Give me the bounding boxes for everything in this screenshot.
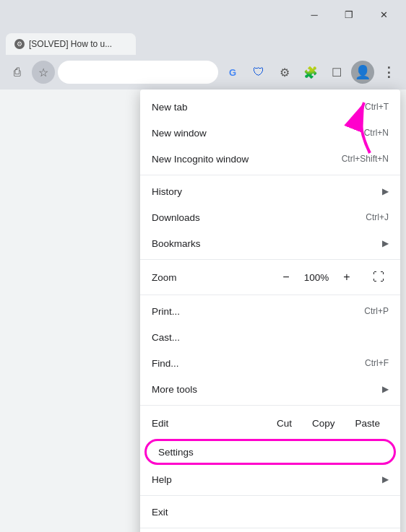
menu-item-exit-label: Exit: [152, 507, 168, 518]
titlebar: ─ ❐ ✕: [0, 0, 406, 29]
menu-item-new-window-shortcut: Ctrl+N: [364, 128, 389, 138]
menu-item-history[interactable]: History ▶: [140, 178, 400, 204]
browser-toolbar: ⎙ ☆ G 🛡 ⚙ 🧩 ☐ 👤 ⋮: [0, 55, 406, 90]
tab-search-icon[interactable]: ☐: [325, 61, 348, 84]
menu-item-downloads[interactable]: Downloads Ctrl+J: [140, 204, 400, 230]
menu-item-bookmarks-arrow: ▶: [382, 238, 389, 248]
menu-item-help[interactable]: Help ▶: [140, 466, 400, 492]
paste-button[interactable]: Paste: [346, 415, 389, 432]
chrome-menu-button[interactable]: ⋮: [377, 61, 400, 84]
menu-item-new-tab[interactable]: New tab Ctrl+T: [140, 94, 400, 120]
separator-4: [140, 405, 400, 406]
page-content: New tab Ctrl+T New window Ctrl+N New Inc…: [0, 90, 406, 532]
menu-item-help-label: Help: [152, 474, 172, 485]
separator-1: [140, 175, 400, 175]
active-tab[interactable]: ⚙ [SOLVED] How to u...: [6, 33, 136, 55]
menu-item-print-shortcut: Ctrl+P: [364, 306, 389, 316]
menu-item-find-shortcut: Ctrl+F: [365, 358, 389, 368]
menu-item-downloads-label: Downloads: [152, 212, 200, 223]
menu-item-more-tools[interactable]: More tools ▶: [140, 376, 400, 402]
menu-item-print[interactable]: Print... Ctrl+P: [140, 298, 400, 324]
copy-button[interactable]: Copy: [303, 415, 344, 432]
menu-item-settings[interactable]: Settings: [144, 439, 396, 465]
menu-item-bookmarks-label: Bookmarks: [152, 238, 201, 249]
minimize-button[interactable]: ─: [298, 3, 331, 26]
extensions-icon[interactable]: 🧩: [299, 61, 322, 84]
close-button[interactable]: ✕: [367, 3, 400, 26]
menu-item-find[interactable]: Find... Ctrl+F: [140, 350, 400, 376]
google-translate-icon[interactable]: G: [221, 61, 244, 84]
menu-item-new-tab-label: New tab: [152, 102, 188, 113]
fullscreen-button[interactable]: ⛶: [368, 267, 389, 287]
menu-item-new-window[interactable]: New window Ctrl+N: [140, 120, 400, 146]
menu-item-downloads-shortcut: Ctrl+J: [366, 212, 389, 222]
tab-favicon: ⚙: [14, 39, 25, 49]
menu-item-history-arrow: ▶: [382, 186, 389, 196]
share-icon[interactable]: ⎙: [6, 61, 29, 84]
menu-item-find-label: Find...: [152, 358, 179, 369]
separator-5: [140, 495, 400, 496]
menu-footer: ⊞ Managed by ecomtrading.com: [140, 528, 400, 532]
menu-item-exit[interactable]: Exit: [140, 499, 400, 525]
bitwarden-icon[interactable]: 🛡: [247, 61, 270, 84]
menu-item-help-arrow: ▶: [382, 474, 389, 484]
bookmark-icon[interactable]: ☆: [32, 61, 55, 84]
menu-item-more-tools-arrow: ▶: [382, 384, 389, 394]
tab-title: [SOLVED] How to u...: [29, 39, 112, 49]
menu-item-new-tab-shortcut: Ctrl+T: [365, 102, 389, 112]
menu-item-settings-label: Settings: [158, 447, 194, 458]
edit-actions: Cut Copy Paste: [268, 415, 389, 432]
cut-button[interactable]: Cut: [268, 415, 301, 432]
menu-item-new-incognito[interactable]: New Incognito window Ctrl+Shift+N: [140, 146, 400, 172]
profile-icon[interactable]: 👤: [351, 61, 374, 84]
zoom-value: 100%: [302, 272, 331, 283]
zoom-in-button[interactable]: +: [337, 267, 357, 287]
menu-item-cast[interactable]: Cast...: [140, 324, 400, 350]
separator-2: [140, 259, 400, 260]
menu-item-bookmarks[interactable]: Bookmarks ▶: [140, 230, 400, 256]
menu-item-cast-label: Cast...: [152, 332, 180, 343]
address-bar[interactable]: [58, 61, 218, 84]
menu-item-more-tools-label: More tools: [152, 384, 197, 395]
edit-row: Edit Cut Copy Paste: [140, 409, 400, 437]
edit-label: Edit: [152, 418, 268, 429]
menu-item-new-incognito-shortcut: Ctrl+Shift+N: [342, 154, 389, 164]
context-menu: New tab Ctrl+T New window Ctrl+N New Inc…: [140, 90, 400, 532]
extension-icon-1[interactable]: ⚙: [273, 61, 296, 84]
maximize-button[interactable]: ❐: [332, 3, 366, 26]
menu-item-new-incognito-label: New Incognito window: [152, 154, 249, 165]
zoom-label: Zoom: [152, 272, 276, 283]
menu-item-new-window-label: New window: [152, 128, 207, 139]
separator-3: [140, 295, 400, 295]
menu-item-print-label: Print...: [152, 306, 180, 317]
zoom-row: Zoom − 100% + ⛶: [140, 263, 400, 292]
zoom-controls: − 100% + ⛶: [276, 267, 389, 287]
zoom-out-button[interactable]: −: [276, 267, 296, 287]
tab-bar: ⚙ [SOLVED] How to u...: [0, 29, 406, 55]
menu-item-history-label: History: [152, 186, 182, 197]
